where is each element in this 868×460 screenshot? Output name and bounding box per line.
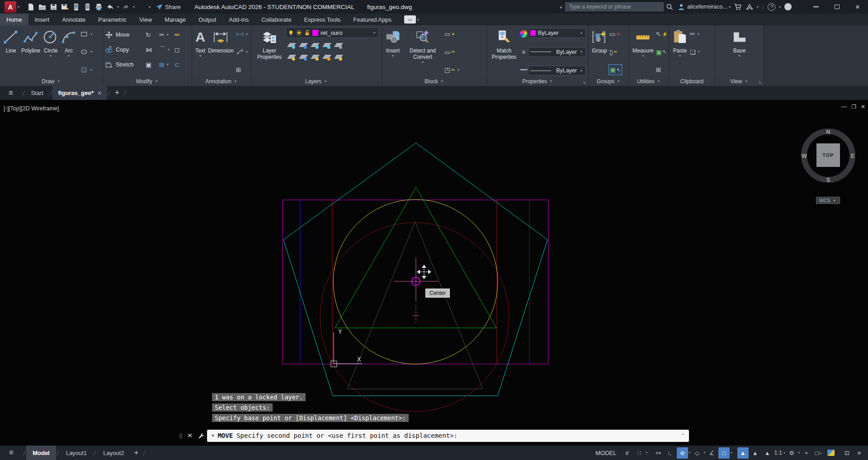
restore-button[interactable] [826, 0, 847, 14]
command-bar-customize-icon[interactable] [195, 432, 207, 439]
new-file-icon[interactable] [25, 1, 37, 12]
ribbon-display-options[interactable]: ▭ ▾ [404, 14, 420, 25]
file-tab-close-icon[interactable]: ✕ [97, 90, 102, 96]
user-avatar-icon[interactable] [675, 1, 687, 13]
viewcube-south[interactable]: S [826, 176, 830, 183]
open-file-icon[interactable] [37, 1, 48, 12]
workspace-switching-caret-icon[interactable]: ▾ [798, 451, 800, 455]
mirror-button[interactable]: ⋈ [145, 44, 158, 55]
rectangle-button[interactable]: ▾ [80, 28, 94, 39]
annotation-visibility-icon[interactable]: ▲ [737, 447, 749, 459]
erase-button[interactable]: ✏ [174, 29, 187, 40]
layout-tab-layout1[interactable]: Layout1 [60, 446, 93, 460]
lineweight-icon[interactable]: ≡ [521, 47, 526, 57]
ribbon-tab-featured-apps[interactable]: Featured Apps [347, 14, 398, 25]
object-color-dropdown[interactable]: ByLayer ▾ [528, 28, 586, 38]
object-snap-caret-icon[interactable]: ▾ [731, 451, 732, 455]
search-icon[interactable] [664, 1, 675, 13]
panel-label-draw[interactable]: Draw▾ [0, 76, 103, 86]
wcs-caret-icon[interactable]: ▾ [834, 199, 835, 203]
viewcube-top-face[interactable]: TOP [816, 143, 840, 167]
object-color-wheel-icon[interactable] [519, 28, 528, 39]
move-button[interactable]: Move [105, 31, 145, 39]
annotation-monitor-icon[interactable]: + [801, 447, 812, 459]
trim-caret-icon[interactable]: ▾ [167, 33, 169, 37]
ungroup-button[interactable]: ▭✕ [609, 28, 622, 39]
dynamic-input-icon[interactable]: +▪ [652, 447, 664, 459]
redo-icon[interactable] [120, 1, 132, 12]
autocad-app-icon[interactable]: A [5, 1, 16, 13]
save-to-web-mobile-icon[interactable] [71, 1, 82, 12]
object-snap-icon[interactable]: □ [718, 447, 730, 459]
linetype-caret-icon[interactable]: ▾ [580, 69, 582, 73]
ribbon-tab-insert[interactable]: Insert [28, 14, 56, 25]
measure-button[interactable]: Measure ▾ [631, 27, 655, 76]
snap-mode-icon[interactable]: ∷ [634, 447, 645, 459]
ribbon-tab-view[interactable]: View [133, 14, 158, 25]
ribbon-tab-parametric[interactable]: Parametric [92, 14, 133, 25]
base-button[interactable]: Base ▾ [731, 27, 749, 76]
rectangle-caret-icon[interactable]: ▾ [90, 32, 92, 36]
new-layout-button[interactable]: + [134, 448, 139, 457]
viewcube-wcs-button[interactable]: WCS▾ [816, 197, 840, 204]
ribbon-tab-express-tools[interactable]: Express Tools [298, 14, 347, 25]
panel-label-properties[interactable]: Properties▾↘ [487, 76, 588, 86]
panel-label-groups[interactable]: Groups▾ [589, 76, 629, 86]
new-drawing-tab-button[interactable]: + [115, 88, 120, 98]
viewcube-west[interactable]: W [802, 152, 807, 159]
feedback-icon[interactable] [782, 1, 794, 13]
annotation-scale-caret-icon[interactable]: ▾ [783, 451, 785, 455]
open-from-web-mobile-icon[interactable] [82, 1, 93, 12]
quick-calculator-button[interactable]: ⊞ [655, 64, 669, 75]
grid-display-icon[interactable]: # [622, 447, 633, 459]
signed-in-user[interactable]: aliceferreiraco... [687, 4, 727, 10]
layer-lock-button[interactable] [321, 39, 333, 50]
clean-screen-icon[interactable]: ⊡ [841, 447, 853, 459]
panel-label-view[interactable]: View▾↘ [715, 76, 764, 86]
cut-clip-button[interactable]: ✂▾ [689, 28, 702, 39]
customization-icon[interactable]: ≡ [854, 447, 865, 459]
layer-match-button[interactable] [297, 39, 309, 50]
array-button[interactable]: ⊞▾ [158, 59, 174, 70]
command-input[interactable]: ▼ MOVE Specify second point or <use firs… [207, 430, 689, 442]
panel-label-block[interactable]: Block▾ [382, 76, 487, 86]
ribbon-tab-collaborate[interactable]: Collaborate [255, 14, 298, 25]
layout-tab-model[interactable]: Model [26, 446, 56, 460]
status-menu-icon[interactable]: ≡ [0, 448, 23, 457]
model-space-label[interactable]: MODEL [595, 450, 616, 456]
text-button[interactable]: A Text ▾ [194, 27, 207, 76]
panel-label-layers[interactable]: Layers▾ [251, 76, 382, 86]
help-icon[interactable]: ? [766, 1, 778, 13]
ribbon-tab-add-ins[interactable]: Add-ins [222, 14, 255, 25]
ellipse-caret-icon[interactable]: ▾ [90, 50, 92, 54]
save-as-icon[interactable] [59, 1, 71, 12]
rotate-button[interactable]: ↻ [145, 29, 158, 40]
view-dialog-launcher-icon[interactable]: ↘ [758, 80, 761, 85]
command-bar-grip[interactable]: ⣿ [179, 435, 184, 437]
polar-tracking-icon[interactable]: ⊘ [677, 447, 688, 459]
edit-block-button[interactable]: ▭✏ [443, 47, 462, 57]
insert-button[interactable]: Insert ▾ [384, 27, 402, 76]
help-menu-caret-icon[interactable]: ▾ [779, 5, 781, 9]
layout-tab-layout2[interactable]: Layout2 [97, 446, 130, 460]
layer-thaw-sun-icon[interactable] [296, 30, 302, 36]
trim-button[interactable]: ✂▾ [158, 29, 174, 40]
scale-button[interactable]: ▣ [145, 59, 158, 70]
viewcube-north[interactable]: N [826, 128, 830, 135]
polar-tracking-caret-icon[interactable]: ▾ [689, 451, 691, 455]
autodesk-logo-icon[interactable] [744, 1, 755, 13]
layer-dropdown[interactable]: ret_ouro ▾ [286, 27, 379, 38]
undo-caret-icon[interactable]: ▾ [117, 5, 119, 9]
quick-select-button[interactable]: ↖⚡ [655, 28, 669, 39]
customize-quick-access-icon[interactable] [136, 1, 147, 12]
lineweight-dropdown[interactable]: ByLayer ▾ [528, 47, 586, 57]
polyline-button[interactable]: Polyline [20, 27, 42, 76]
base-caret-icon[interactable]: ▾ [738, 54, 740, 58]
insert-caret-icon[interactable]: ▾ [392, 54, 394, 58]
annotation-scale-value[interactable]: 1:1 [774, 450, 782, 456]
minimize-button[interactable] [806, 0, 826, 14]
detect-convert-caret-icon[interactable]: ▾ [422, 60, 424, 64]
paste-caret-icon[interactable]: ▾ [679, 54, 681, 58]
define-attributes-button[interactable]: ◳✏▾ [443, 64, 462, 75]
command-options-caret-icon[interactable]: ▼ [212, 433, 214, 438]
